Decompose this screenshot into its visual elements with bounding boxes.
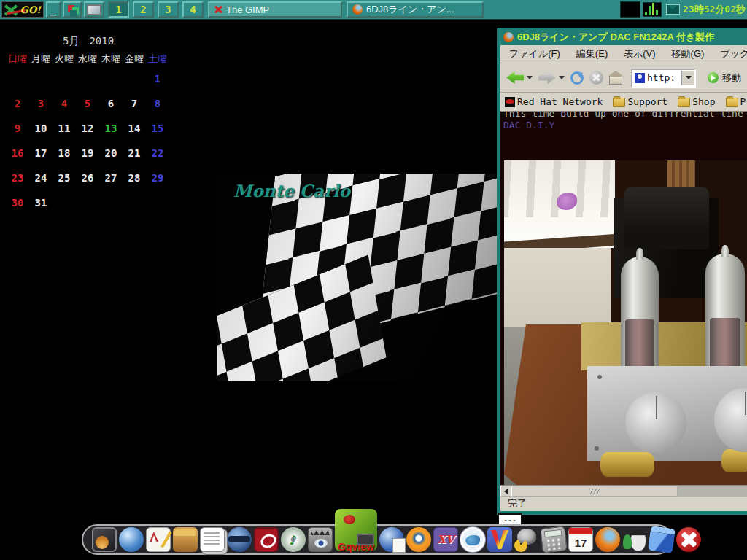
calendar-day-22: 22 — [146, 147, 169, 159]
workspace-button-1[interactable]: 1 — [108, 1, 129, 18]
bookmark-red-hat-network[interactable]: Red Hat Network — [505, 96, 603, 107]
dock-item-documents[interactable] — [200, 527, 225, 552]
calendar-day-12: 12 — [76, 122, 99, 134]
dock-item-music-cd[interactable]: ♪ — [281, 527, 306, 552]
bookmark-product[interactable]: Product — [726, 96, 747, 107]
stop-button[interactable] — [589, 71, 603, 85]
dock-item-audio-player[interactable] — [227, 527, 252, 552]
dock-glyph: 17 — [569, 528, 592, 551]
task-label: The GIMP — [226, 4, 269, 15]
dock-item-blender[interactable] — [406, 527, 431, 552]
firefox-icon — [503, 32, 514, 42]
menu-item[interactable]: ブックマーク(B) — [720, 47, 747, 61]
dock-item-terminal-shell[interactable] — [92, 527, 117, 552]
url-field[interactable]: http: — [631, 69, 696, 88]
window-titlebar[interactable]: 6DJ8ライン・アンプ DAC FN1242A 付き製作 — [500, 29, 747, 45]
dock-item-paint-v[interactable] — [487, 527, 512, 552]
dock-item-tux-games[interactable] — [622, 527, 647, 552]
bookmark-label: Red Hat Network — [517, 96, 603, 107]
status-text: 完了 — [508, 497, 527, 510]
workspace-button-4[interactable]: 4 — [182, 1, 204, 18]
home-button[interactable] — [609, 76, 622, 85]
system-monitor-applet[interactable] — [643, 2, 662, 17]
toolbar: http: 移動 — [500, 63, 747, 93]
bookmark-shop[interactable]: Shop — [678, 96, 715, 107]
go-logo[interactable]: GO! — [1, 1, 44, 18]
go-label: 移動 — [722, 71, 741, 85]
go-button[interactable]: 移動 — [708, 71, 741, 85]
site-icon — [635, 73, 645, 83]
calendar-title: 5月 2010 — [63, 35, 114, 48]
calendar-day-16: 16 — [6, 147, 29, 159]
page-text-line1: This time build up one of diffrential li… — [503, 112, 747, 119]
minimize-all-button[interactable]: _ — [46, 1, 61, 18]
calendar-day-5: 5 — [76, 98, 99, 109]
photo-screw — [597, 375, 602, 379]
dock-item-red-cross[interactable] — [676, 527, 701, 552]
photo-curtain-folds — [504, 160, 615, 217]
url-dropdown-button[interactable] — [681, 71, 694, 85]
taskbar-task-gimp[interactable]: The GIMP — [208, 1, 342, 18]
dock-item-gqview[interactable]: Gqview — [335, 509, 377, 551]
calendar-day-15: 15 — [146, 122, 169, 134]
menubar: ファイル(F)編集(E)表示(V)移動(G)ブックマーク(B) — [500, 45, 747, 63]
reload-button[interactable] — [570, 71, 584, 85]
calendar-day-13: 13 — [99, 122, 123, 134]
menu-item[interactable]: 移動(G) — [672, 47, 705, 61]
calendar-header-木曜: 木曜 — [99, 52, 123, 66]
menu-item[interactable]: 表示(V) — [624, 47, 655, 61]
back-dropdown-icon[interactable] — [527, 76, 533, 79]
pager-button[interactable] — [63, 1, 82, 18]
menu-item[interactable]: ファイル(F) — [509, 47, 560, 61]
folder-icon — [613, 98, 625, 107]
dock-item-network-places[interactable] — [379, 527, 404, 552]
show-desktop-button[interactable] — [84, 1, 104, 18]
dock-item-video-player[interactable] — [308, 527, 333, 552]
dock-item-label: Gqview — [338, 541, 374, 553]
bookmark-label: Shop — [692, 96, 715, 107]
dock-item-calendar-17[interactable]: 17 — [568, 527, 593, 552]
spectrum-bar-icon — [645, 12, 647, 15]
calendar-header-金曜: 金曜 — [123, 52, 146, 66]
taskbar-task-browser[interactable]: 6DJ8ライン・アン... — [347, 1, 484, 18]
dock-item-gimp[interactable] — [514, 527, 539, 552]
dock-item-firefox[interactable] — [595, 527, 620, 552]
calendar-day-11: 11 — [53, 122, 76, 134]
dock-item-package[interactable] — [173, 527, 198, 552]
calendar-day-24: 24 — [29, 172, 53, 184]
bookmark-support[interactable]: Support — [613, 96, 667, 107]
dock-item-blue-cube[interactable] — [648, 526, 676, 553]
dock-item-calculator[interactable] — [540, 526, 567, 553]
pager-applet[interactable] — [620, 1, 640, 18]
forward-dropdown-icon[interactable] — [559, 76, 565, 79]
desktop: GO! _ 1234 The GIMP6DJ8ライン・アン... 23時52分0… — [0, 0, 747, 560]
dock-item-text-editor[interactable] — [146, 527, 171, 552]
wallpaper-image: Monte Carlo — [217, 174, 502, 381]
dock-item-xv[interactable]: XV — [433, 527, 458, 552]
scroll-left-button[interactable] — [500, 486, 511, 497]
calendar-day-31: 31 — [29, 197, 53, 209]
dock-item-bluefish[interactable] — [460, 527, 485, 552]
menu-item[interactable]: 編集(E) — [576, 47, 608, 61]
url-text[interactable]: http: — [647, 72, 681, 83]
scrollbar-thumb[interactable] — [511, 486, 678, 497]
taskbar: GO! _ 1234 The GIMP6DJ8ライン・アン... 23時52分0… — [0, 0, 747, 20]
horizontal-scrollbar[interactable] — [500, 485, 747, 497]
workspace-button-2[interactable]: 2 — [133, 1, 154, 18]
monitor-stand-icon — [92, 14, 99, 15]
back-button[interactable] — [506, 71, 524, 84]
mail-icon[interactable] — [666, 4, 680, 15]
calendar-day-14: 14 — [123, 122, 146, 134]
calendar-day-26: 26 — [76, 172, 99, 184]
photo-transformer-cap — [624, 187, 709, 249]
dock-item-web-globe[interactable] — [119, 527, 144, 552]
clock: 23時52分02秒 — [683, 3, 746, 16]
workspace-button-3[interactable]: 3 — [158, 1, 179, 18]
dock-item-pdf-viewer[interactable] — [254, 527, 279, 552]
browser-window: 6DJ8ライン・アンプ DAC FN1242A 付き製作 ファイル(F)編集(E… — [497, 28, 747, 515]
go-logo-text: GO! — [20, 4, 41, 15]
desktop-calendar: 5月 2010 日曜月曜火曜水曜木曜金曜土曜 12345678910111213… — [6, 32, 181, 222]
bookmarks-bar: Red Hat NetworkSupportShopProduct — [500, 93, 747, 112]
forward-button[interactable] — [538, 71, 556, 84]
calendar-day-28: 28 — [123, 172, 146, 184]
